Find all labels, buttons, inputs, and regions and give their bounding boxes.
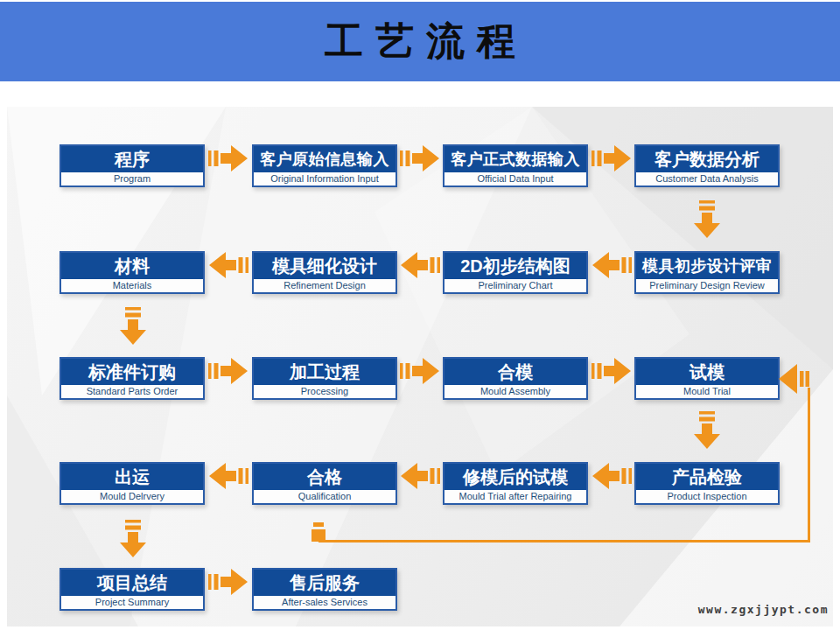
right-arrow-icon [208, 355, 248, 387]
node-title-en: Original Information Input [254, 172, 396, 186]
loop-connector-vertical-line [808, 388, 810, 542]
flow-node-project-summary: 项目总结 Project Summary [60, 568, 205, 611]
node-title-zh: 客户数据分析 [636, 146, 778, 172]
node-title-zh: 加工过程 [254, 359, 396, 385]
flow-node-mould-assembly: 合模 Mould Assembly [443, 357, 588, 400]
right-arrow-icon [208, 566, 248, 598]
node-title-en: Mould Trial after Repairing [444, 490, 586, 503]
node-title-zh: 材料 [61, 253, 203, 279]
left-arrow-icon [400, 249, 440, 281]
node-title-zh: 合格 [254, 464, 396, 490]
right-arrow-icon [208, 143, 248, 174]
flow-node-after-sales-services: 售后服务 After-sales Services [252, 568, 397, 611]
node-title-en: After-sales Services [254, 596, 396, 609]
node-title-en: Mould Delrvery [61, 490, 203, 503]
flow-node-processing: 加工过程 Processing [252, 357, 397, 400]
node-title-zh: 客户原始信息输入 [254, 146, 396, 172]
right-arrow-icon [400, 143, 440, 174]
node-title-en: Product Inspection [636, 490, 778, 503]
loop-connector-horizontal-line [318, 540, 810, 542]
node-title-en: Processing [254, 385, 396, 398]
node-title-en: Preliminary Design Review [636, 279, 778, 292]
node-title-en: Project Summary [61, 596, 203, 609]
flow-node-mould-trial-after-repairing: 修模后的试模 Mould Trial after Repairing [443, 462, 588, 505]
left-arrow-icon [208, 460, 248, 492]
watermark: www.zgxjjypt.com [698, 603, 829, 616]
flow-node-refinement-design: 模具细化设计 Refinement Design [252, 251, 397, 294]
left-arrow-icon [592, 249, 632, 281]
flow-node-program: 程序 Program [60, 144, 205, 187]
left-arrow-icon [592, 460, 632, 492]
node-title-zh: 标准件订购 [61, 359, 203, 385]
down-arrow-icon [117, 520, 149, 558]
right-arrow-icon [592, 355, 632, 387]
node-title-en: Mould Trial [636, 385, 778, 398]
flow-node-preliminary-design-review: 模具初步设计评审 Preliminary Design Review [634, 251, 780, 294]
loop-connector-left-arrow-icon [778, 362, 811, 396]
flow-node-mould-trial: 试模 Mould Trial [634, 357, 780, 400]
flow-node-product-inspection: 产品检验 Product Inspection [634, 462, 780, 505]
flow-node-preliminary-chart: 2D初步结构图 Preliminary Chart [443, 251, 588, 294]
flow-node-qualification: 合格 Qualification [252, 462, 397, 505]
node-title-en: Customer Data Analysis [636, 172, 778, 186]
flow-node-official-data-input: 客户正式数据输入 Official Data Input [443, 144, 588, 187]
left-arrow-icon [400, 460, 440, 492]
flow-node-customer-data-analysis: 客户数据分析 Customer Data Analysis [634, 144, 780, 187]
slide-header: 工艺流程 [0, 2, 840, 81]
down-arrow-icon [117, 307, 149, 346]
slide-title: 工艺流程 [0, 2, 840, 81]
node-title-en: Qualification [254, 490, 396, 503]
loop-connector-start-bar [313, 522, 324, 527]
left-arrow-icon [208, 249, 248, 281]
node-title-en: Official Data Input [444, 172, 586, 186]
flow-node-materials: 材料 Materials [60, 251, 205, 294]
node-title-en: Materials [61, 279, 203, 292]
node-title-zh: 客户正式数据输入 [444, 146, 586, 172]
slide: 工艺流程 程序 Program 客户原始信息输入 Original Inform… [0, 0, 840, 630]
flow-node-standard-parts-order: 标准件订购 Standard Parts Order [60, 357, 205, 400]
node-title-zh: 程序 [61, 146, 203, 172]
node-title-zh: 试模 [636, 359, 778, 385]
node-title-zh: 模具细化设计 [254, 253, 396, 279]
right-arrow-icon [400, 355, 440, 387]
node-title-zh: 出运 [61, 464, 203, 490]
node-title-zh: 2D初步结构图 [444, 253, 586, 279]
down-arrow-icon [691, 200, 723, 239]
flow-node-original-information-input: 客户原始信息输入 Original Information Input [252, 144, 397, 187]
flow-node-mould-delivery: 出运 Mould Delrvery [60, 462, 205, 505]
node-title-en: Program [61, 172, 203, 186]
node-title-zh: 合模 [444, 359, 586, 385]
right-arrow-icon [592, 143, 632, 174]
node-title-en: Mould Assembly [444, 385, 586, 398]
node-title-en: Standard Parts Order [61, 385, 203, 398]
node-title-zh: 模具初步设计评审 [636, 253, 778, 279]
node-title-zh: 修模后的试模 [444, 464, 586, 490]
node-title-en: Refinement Design [254, 279, 396, 292]
node-title-en: Preliminary Chart [444, 279, 586, 292]
node-title-zh: 项目总结 [61, 570, 203, 596]
node-title-zh: 产品检验 [636, 464, 778, 490]
node-title-zh: 售后服务 [254, 570, 396, 596]
down-arrow-icon [691, 411, 723, 450]
